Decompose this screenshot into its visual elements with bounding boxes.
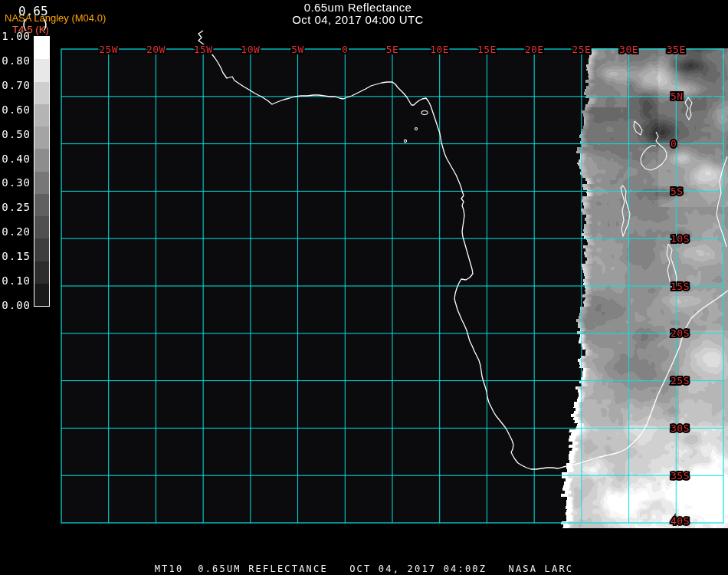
- colorbar-label: 0.20: [0, 225, 31, 238]
- colorbar-label: 0.30: [0, 176, 31, 189]
- colorbar-label: 0.50: [0, 128, 31, 140]
- lon-label: 5W: [291, 44, 304, 55]
- lat-label: 0: [671, 138, 677, 150]
- lake-outline: [641, 132, 667, 170]
- lat-label: 35S: [671, 470, 690, 481]
- lat-label: 20S: [671, 327, 690, 339]
- lat-label: 5N: [671, 90, 684, 102]
- plot-title: 0.65um Reflectance Oct 04, 2017 04:00 UT…: [292, 2, 423, 26]
- lon-label: 25E: [572, 44, 591, 55]
- lon-label: 15W: [194, 44, 213, 55]
- lat-label: 25S: [671, 375, 690, 386]
- lon-label: 20E: [525, 44, 544, 55]
- lat-label: 40S: [671, 515, 690, 527]
- lake-outline: [685, 97, 692, 120]
- lon-label: 20W: [146, 44, 166, 55]
- lat-label: 15S: [671, 281, 690, 292]
- lake-outline: [717, 156, 727, 247]
- lon-label: 5E: [386, 44, 399, 55]
- colorbar-label: 0.70: [0, 79, 31, 91]
- colorbar-label: 0.15: [0, 250, 31, 262]
- colorbar-step: [34, 127, 49, 149]
- colorbar-step: [34, 238, 49, 261]
- colorbar-label: 0.25: [0, 201, 31, 213]
- colorbar-label: 0.00: [0, 299, 31, 311]
- colorbar-step: [34, 216, 49, 238]
- status-bar: MT10 0.65UM REFLECTANCE OCT 04, 2017 04:…: [0, 564, 728, 574]
- lon-label: 35E: [667, 44, 686, 55]
- title-line-2: Oct 04, 2017 04:00 UTC: [292, 14, 423, 26]
- lake-outline: [634, 121, 642, 135]
- title-line-1: 0.65um Reflectance: [292, 2, 423, 14]
- island-outline: [421, 111, 428, 115]
- colorbar-label: 0.10: [0, 274, 31, 287]
- lon-label: 0: [342, 44, 348, 55]
- colorbar-units: ( ): [21, 17, 52, 31]
- colorbar-step: [34, 59, 49, 81]
- colorbar-step: [34, 82, 49, 104]
- colorbar-step: [34, 261, 49, 284]
- lon-label: 10W: [241, 44, 260, 55]
- lat-label: 30S: [671, 422, 690, 434]
- colorbar-step: [34, 194, 49, 216]
- colorbar-step: [34, 104, 49, 127]
- map-grid-overlay: 25W20W15W10W5W05E10E15E20E25E30E35E5N05S…: [0, 0, 728, 575]
- colorbar-label: 0.60: [0, 104, 31, 116]
- colorbar-step: [34, 172, 49, 194]
- lon-label: 10E: [430, 44, 449, 55]
- colorbar-step: [34, 149, 49, 171]
- colorbar-step: [34, 284, 49, 306]
- satellite-plot-root: 25W20W15W10W5W05E10E15E20E25E30E35E5N05S…: [0, 0, 728, 575]
- lat-label: 10S: [671, 233, 690, 245]
- lat-label: 5S: [671, 186, 684, 197]
- colorbar-step: [34, 37, 49, 59]
- colorbar: [34, 36, 50, 307]
- island-outline: [404, 140, 406, 142]
- lon-label: 25W: [99, 44, 118, 55]
- colorbar-label: 0.80: [0, 54, 31, 67]
- colorbar-label: 0.40: [0, 153, 31, 165]
- island-outline: [415, 128, 418, 130]
- lon-label: 15E: [477, 44, 497, 55]
- lon-label: 30E: [619, 44, 638, 55]
